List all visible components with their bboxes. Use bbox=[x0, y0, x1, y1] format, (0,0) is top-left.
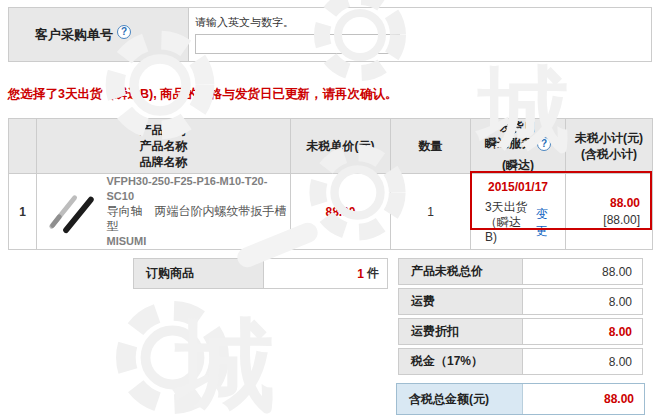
po-input-area: 请输入英文与数字。 bbox=[189, 8, 651, 61]
watermark-gear bbox=[105, 290, 240, 420]
watermark-char: 城 bbox=[175, 300, 275, 420]
summary-table: 产品未税总价 88.00 运费 8.00 运费折扣 8.00 税金（17%） 8… bbox=[398, 258, 643, 378]
unit-price: 88.00 bbox=[291, 174, 391, 250]
subtotal-cell: 88.00 [88.00] bbox=[566, 174, 653, 250]
header-product-line3: 品牌名称 bbox=[37, 154, 290, 170]
summary-value: 88.00 bbox=[523, 259, 642, 284]
delivery-help-icon[interactable]: ? bbox=[537, 137, 551, 151]
quantity: 1 bbox=[391, 174, 471, 250]
total-value: 88.00 bbox=[523, 384, 644, 414]
product-cell: VFPH30-250-F25-P16-M10-T20-SC10 导向轴 两端台阶… bbox=[37, 174, 291, 250]
summary-value: 8.00 bbox=[523, 349, 642, 374]
po-hint: 请输入英文与数字。 bbox=[195, 15, 651, 30]
delivery-cell: 2015/01/17 3天出货 （瞬达B) 变更 bbox=[471, 174, 566, 250]
summary-label: 税金（17%） bbox=[399, 349, 523, 374]
order-table-header-row: 产品型号 产品名称 品牌名称 未税单价(元) 数量 发货日 瞬达服务? (瞬达)… bbox=[9, 119, 653, 174]
header-delivery-service: 瞬达服务 bbox=[485, 136, 533, 150]
order-table: 产品型号 产品名称 品牌名称 未税单价(元) 数量 发货日 瞬达服务? (瞬达)… bbox=[8, 118, 653, 250]
summary-row: 税金（17%） 8.00 bbox=[398, 348, 643, 375]
summary-label: 产品未税总价 bbox=[399, 259, 523, 284]
header-delivery-line1: 发货日 bbox=[471, 119, 565, 135]
summary-row: 运费折扣 8.00 bbox=[398, 318, 643, 345]
service-text: 3天出货 （瞬达B) bbox=[485, 200, 530, 245]
update-notice: 您选择了3天出货（瞬达B), 商品的价格与发货日已更新，请再次确认。 bbox=[8, 86, 398, 103]
service-line1: 3天出货 bbox=[485, 200, 530, 215]
product-image bbox=[45, 189, 99, 235]
summary-value: 8.00 bbox=[523, 319, 642, 344]
summary-value: 8.00 bbox=[523, 289, 642, 314]
row-index: 1 bbox=[9, 174, 37, 250]
header-product-line2: 产品名称 bbox=[37, 138, 290, 154]
header-qty: 数量 bbox=[391, 119, 471, 174]
summary-label: 运费 bbox=[399, 289, 523, 314]
order-count-label: 订购商品 bbox=[133, 258, 263, 289]
subtotal: 88.00 bbox=[566, 195, 640, 212]
subtotal-with-tax: [88.00] bbox=[566, 212, 640, 229]
po-label-cell: 客户采购单号 ? bbox=[9, 8, 189, 61]
service-line2: （瞬达B) bbox=[485, 215, 530, 245]
header-subtotal-line1: 未税小计(元) bbox=[566, 130, 652, 146]
product-brand: MISUMI bbox=[107, 234, 290, 249]
total-label: 含税总金额(元) bbox=[397, 384, 523, 414]
header-delivery-line2: 瞬达服务? bbox=[471, 135, 565, 157]
order-count-unit: 件 bbox=[367, 265, 379, 282]
header-subtotal-line2: (含税小计) bbox=[566, 146, 652, 162]
header-unit-price: 未税单价(元) bbox=[291, 119, 391, 174]
total-box: 含税总金额(元) 88.00 bbox=[396, 383, 645, 415]
po-number-section: 客户采购单号 ? 请输入英文与数字。 bbox=[8, 7, 652, 62]
header-subtotal: 未税小计(元) (含税小计) bbox=[566, 119, 653, 174]
summary-label: 运费折扣 bbox=[399, 319, 523, 344]
header-product: 产品型号 产品名称 品牌名称 bbox=[37, 119, 291, 174]
ship-date: 2015/01/17 bbox=[475, 180, 561, 194]
order-confirm-page: 城 城 客户采购单号 ? 请输入英文与数字。 您选择了3天出货（瞬达B), 商品… bbox=[0, 0, 660, 420]
order-count-value: 1 bbox=[357, 267, 364, 281]
product-name: 导向轴 两端台阶内螺纹带扳手槽型 bbox=[107, 204, 290, 234]
order-count-table: 订购商品 1 件 bbox=[133, 258, 388, 289]
po-label: 客户采购单号 bbox=[35, 26, 113, 44]
po-help-icon[interactable]: ? bbox=[117, 25, 131, 39]
header-delivery-line3: (瞬达) bbox=[471, 157, 565, 173]
order-row: 1 VFPH30-250-F25-P16-M10-T20-SC10 导向轴 两端… bbox=[9, 174, 653, 250]
header-index bbox=[9, 119, 37, 174]
order-count-value-cell: 1 件 bbox=[263, 258, 388, 289]
po-input[interactable] bbox=[195, 34, 400, 54]
product-model: VFPH30-250-F25-P16-M10-T20-SC10 bbox=[107, 174, 290, 204]
summary-row: 产品未税总价 88.00 bbox=[398, 258, 643, 285]
header-delivery: 发货日 瞬达服务? (瞬达) bbox=[471, 119, 566, 174]
summary-row: 运费 8.00 bbox=[398, 288, 643, 315]
change-link[interactable]: 变更 bbox=[530, 206, 553, 240]
header-product-line1: 产品型号 bbox=[37, 122, 290, 138]
